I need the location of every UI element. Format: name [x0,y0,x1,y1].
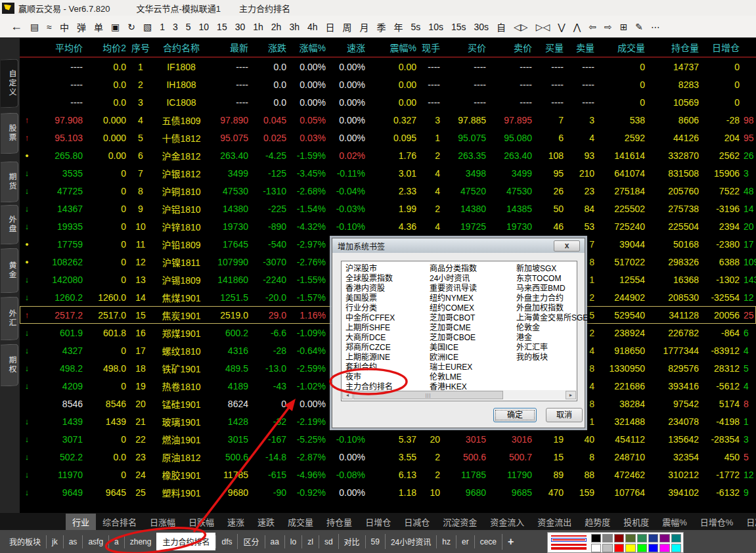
period-custom[interactable]: 自 [493,20,510,33]
ranking-tab[interactable]: 趋势度 [578,514,617,530]
bookmark-option[interactable]: 上期能源INE [345,353,395,363]
column-header[interactable]: 卖量 [567,41,598,54]
table-row-25[interactable]: ↓9649964525塑料19019680-90-0.92%0.00%1.181… [20,483,756,501]
bookmark-item[interactable]: hz [436,535,456,548]
bookmark-option[interactable]: 伦敦LME [430,372,477,382]
bookmark-option[interactable]: 上海黄金交易所SGE [516,313,588,323]
table-row-1[interactable]: ----0.01IF1808----0.00.00%0.00%0.00-----… [20,58,756,76]
period-2h[interactable]: 2h [267,22,286,32]
bookmark-option[interactable]: 美国ICE [430,343,477,353]
column-header[interactable]: 成交量 [598,41,649,54]
color-swatch[interactable] [648,544,658,552]
dialog-close-button[interactable]: x [554,240,580,252]
table-row-4[interactable]: ↑97.9080.0004五债180997.8900.0450.05%0.00%… [20,111,756,129]
bookmark-option[interactable]: 外汇汇率 [516,343,588,353]
ranking-tab[interactable]: 成交量 [281,514,320,530]
bookmark-option[interactable]: 外盘主力合约 [516,294,588,303]
bookmark-option[interactable]: 商品分类指数 [430,264,477,274]
save-icon[interactable]: ▣ [107,22,123,32]
bookmark-option[interactable]: 香港内资股 [345,284,395,294]
period-30s[interactable]: 30s [470,22,493,32]
color-swatch[interactable] [614,534,624,542]
color-swatch[interactable] [591,534,601,542]
ranking-tab[interactable]: 资金流出 [531,514,578,530]
period-10s[interactable]: 10s [424,22,447,32]
table-row-7[interactable]: ↓353507沪银18123499-125-3.45%-0.11%3.01434… [20,164,756,182]
bookmark-option[interactable]: 马来西亚BMD [516,284,588,294]
bookmark-option[interactable]: 伦敦金 [516,323,588,333]
bookmark-item[interactable]: aa [265,535,284,548]
bookmark-option[interactable]: 东京TOCOM [516,274,588,284]
period-30[interactable]: 30 [231,22,250,32]
bookmark-option[interactable]: 纽约COMEX [430,303,477,313]
table-row-9[interactable]: ↓1436709沪铝181014380-225-1.54%-0.03%1.992… [20,200,756,217]
bookmark-item[interactable]: 主力合约排名 [156,533,215,550]
table-row-6[interactable]: ●265.800.006沪金1812263.40-4.25-1.59%0.02%… [20,146,756,164]
bookmark-item[interactable]: sd [319,535,338,548]
table-row-23[interactable]: ↓502.20.023原油1812500.6-14.8-2.87%0.00%3.… [20,448,756,466]
color-swatch[interactable] [602,534,612,542]
table-row-2[interactable]: ----0.02IH1808----0.00.00%0.00%0.00-----… [20,76,756,93]
ranking-tab[interactable]: 日增仓 [359,514,397,530]
color-swatch[interactable] [625,544,635,552]
bookmark-option[interactable]: 沪深股市 [345,264,395,274]
bookmark-option[interactable]: 芝加哥CME [430,323,477,333]
scroll-right-icon[interactable]: ▸ [566,391,576,399]
sidebar-tab-1[interactable]: 自定义 [1,59,18,108]
period-3h[interactable]: 3h [285,22,303,32]
table-row-3[interactable]: ----0.03IC1808----0.00.00%0.00%0.00-----… [20,93,756,111]
bookmark-option[interactable]: 我的板块 [516,353,588,363]
column-header[interactable]: 序号 [130,41,151,54]
period-1[interactable]: 1 [156,22,169,32]
sidebar-tab-4[interactable]: 外盘 [1,205,18,245]
ranking-tab[interactable]: 速跌 [251,514,281,530]
line-width-option[interactable] [551,535,587,537]
sidebar-tab-7[interactable]: 期权 [1,344,18,387]
bookmark-item[interactable]: jk [46,535,63,548]
bookmark-option[interactable]: 夜市 [345,372,395,382]
color-swatch[interactable] [637,544,647,552]
period-5s[interactable]: 5s [407,22,425,32]
bookmark-option[interactable]: 香港HKEX [430,382,477,392]
cancel-button[interactable]: 取消 [546,408,583,422]
ranking-tab[interactable]: 震幅% [656,514,694,530]
ok-button[interactable]: 确定 [493,408,537,422]
bookmark-option[interactable]: 行业分类 [345,303,395,313]
line-width-option-selected[interactable] [551,538,587,542]
page-right-icon[interactable]: ⇨ [600,22,616,32]
column-header[interactable]: 买量 [536,41,567,54]
column-header[interactable]: 震幅% [369,41,420,54]
bookmark-option[interactable]: 重要资讯导读 [430,284,477,294]
column-header[interactable]: 现手 [420,41,444,54]
bookmark-option[interactable]: 套利合约 [345,363,395,372]
kline-icon[interactable]: 中 [56,20,73,33]
more-icon[interactable]: ⋯ [647,22,664,32]
period-3[interactable]: 3 [169,22,182,32]
ranking-tab[interactable]: 日减仓% [740,514,756,530]
compress-icon[interactable]: ◁▷ [510,22,532,32]
quote-list-icon[interactable]: ▤ [26,22,43,32]
order-panel-icon[interactable]: 单 [90,20,107,33]
sidebar-tab-2[interactable]: 股票 [1,113,18,154]
column-header[interactable]: 买价 [444,41,490,54]
trend-line-icon[interactable]: ≈ [43,22,56,32]
ranking-tab[interactable]: 行业 [66,514,96,530]
color-swatch[interactable] [659,534,669,542]
color-swatch[interactable] [625,534,635,542]
color-swatch[interactable] [659,544,669,552]
expand-icon[interactable]: ▷◁ [532,22,554,32]
line-width-option[interactable] [551,544,587,546]
ranking-tab[interactable]: 综合排名 [96,514,143,530]
bookmark-option[interactable]: 芝加哥CBOE [430,333,477,343]
column-header[interactable]: 速涨 [330,41,369,54]
bookmark-option[interactable]: 郑商所CZCE [345,343,395,353]
bookmark-option[interactable]: 全球股票指数 [345,274,395,284]
bookmark-item[interactable]: lo [284,535,301,548]
period-year[interactable]: 年 [390,20,407,33]
table-row-24[interactable]: ↓11970024橡胶190111785-615-4.96%-0.08%6.13… [20,466,756,483]
sidebar-tab-3[interactable]: 期货 [1,162,18,203]
jump-down-icon[interactable]: ⋁ [554,22,569,32]
color-swatch[interactable] [614,544,624,552]
table-row-10[interactable]: ↓19935010沪锌181019730-890-4.32%-0.10%4.36… [20,217,756,235]
bookmark-option[interactable]: 主力合约排名 [345,382,395,392]
